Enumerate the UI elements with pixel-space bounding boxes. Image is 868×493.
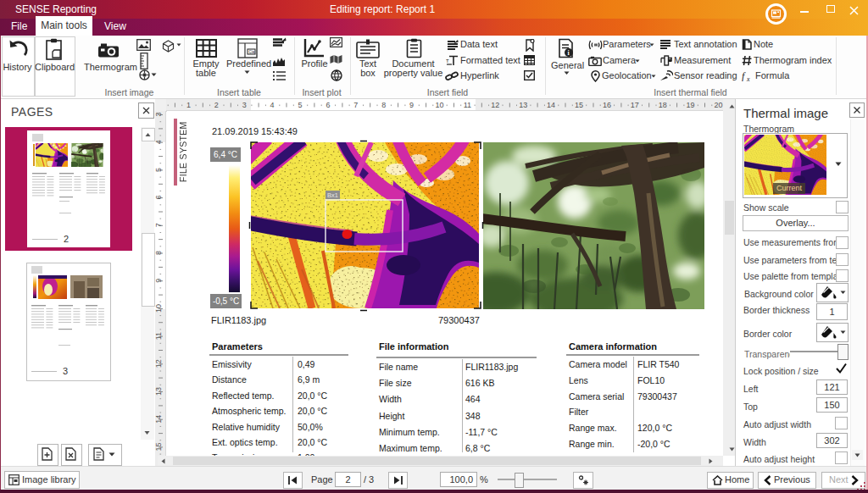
svg-text:5: 5 bbox=[155, 168, 163, 172]
svg-text:8: 8 bbox=[155, 251, 163, 255]
svg-text:7: 7 bbox=[155, 223, 163, 227]
svg-text:1: 1 bbox=[186, 101, 191, 109]
svg-text:3: 3 bbox=[63, 366, 68, 376]
svg-text:Cia: Cia bbox=[249, 50, 255, 54]
svg-text:19: 19 bbox=[687, 101, 695, 109]
svg-text:12: 12 bbox=[491, 101, 499, 109]
svg-text:14: 14 bbox=[155, 415, 163, 424]
svg-text:6: 6 bbox=[155, 196, 163, 200]
svg-text:T: T bbox=[446, 58, 449, 64]
svg-text:8: 8 bbox=[381, 101, 386, 109]
svg-text:10: 10 bbox=[155, 304, 163, 313]
svg-text:5: 5 bbox=[298, 101, 302, 109]
svg-text:f: f bbox=[742, 70, 746, 81]
svg-text:6: 6 bbox=[326, 101, 330, 109]
svg-text:2: 2 bbox=[214, 101, 219, 109]
svg-text:x: x bbox=[746, 75, 750, 82]
svg-text:13: 13 bbox=[155, 387, 163, 396]
svg-text:4: 4 bbox=[155, 140, 163, 144]
svg-text:11: 11 bbox=[155, 332, 163, 340]
svg-text:7: 7 bbox=[353, 101, 358, 109]
svg-text:15: 15 bbox=[155, 442, 163, 451]
svg-text:17: 17 bbox=[631, 101, 639, 109]
svg-text:14: 14 bbox=[547, 101, 555, 109]
svg-text:10: 10 bbox=[435, 101, 443, 109]
svg-text:3: 3 bbox=[242, 101, 247, 109]
svg-text:9: 9 bbox=[409, 101, 414, 109]
svg-text:3: 3 bbox=[155, 112, 163, 116]
svg-text:13: 13 bbox=[519, 101, 527, 109]
svg-text:15: 15 bbox=[575, 101, 583, 109]
svg-text:11: 11 bbox=[464, 101, 471, 109]
svg-text:18: 18 bbox=[659, 101, 667, 109]
svg-text:4: 4 bbox=[270, 101, 275, 109]
svg-text:9: 9 bbox=[155, 279, 163, 283]
svg-text:2: 2 bbox=[64, 234, 69, 244]
svg-text:12: 12 bbox=[155, 359, 163, 368]
svg-text:20: 20 bbox=[714, 101, 722, 109]
svg-text:16: 16 bbox=[603, 101, 611, 109]
